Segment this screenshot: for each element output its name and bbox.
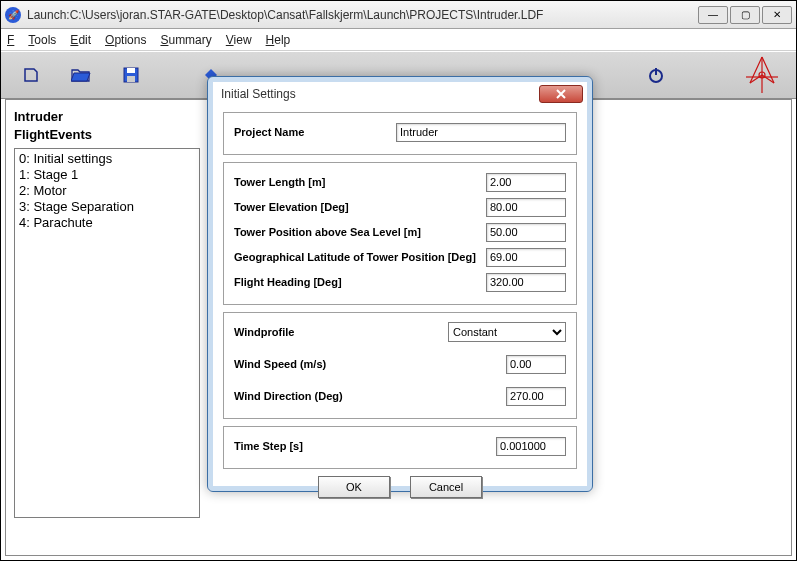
event-list[interactable]: 0: Initial settings 1: Stage 1 2: Motor … [14,148,200,518]
lat-input[interactable] [486,248,566,267]
dialog-titlebar[interactable]: Initial Settings [213,82,587,106]
project-name-label: Project Name [234,126,396,138]
window-controls: — ▢ ✕ [698,6,792,24]
save-icon[interactable] [121,65,141,85]
project-name-input[interactable] [396,123,566,142]
project-label: Intruder [14,108,200,126]
heading-input[interactable] [486,273,566,292]
menu-options[interactable]: Options [105,33,146,47]
windspeed-input[interactable] [506,355,566,374]
menu-tools[interactable]: Tools [28,33,56,47]
app-icon: 🚀 [5,7,21,23]
svg-rect-3 [127,76,135,82]
app-window: 🚀 Launch:C:\Users\joran.STAR-GATE\Deskto… [0,0,797,561]
dialog-body: Project Name Tower Length [m] Tower Elev… [213,106,587,504]
close-button[interactable]: ✕ [762,6,792,24]
lat-label: Geographical Latitude of Tower Position … [234,251,486,263]
tower-pos-label: Tower Position above Sea Level [m] [234,226,486,238]
wind-group: Windprofile Constant Wind Speed (m/s) Wi… [223,312,577,419]
svg-marker-0 [25,69,37,81]
list-item[interactable]: 0: Initial settings [19,151,195,167]
menu-help[interactable]: Help [266,33,291,47]
dialog-close-button[interactable] [539,85,583,103]
tower-elev-input[interactable] [486,198,566,217]
timestep-label: Time Step [s] [234,440,496,452]
menu-edit[interactable]: Edit [70,33,91,47]
open-icon[interactable] [71,65,91,85]
tower-length-input[interactable] [486,173,566,192]
list-item[interactable]: 1: Stage 1 [19,167,195,183]
tower-length-label: Tower Length [m] [234,176,486,188]
svg-rect-2 [127,68,135,73]
dialog-buttons: OK Cancel [223,476,577,498]
menu-view[interactable]: View [226,33,252,47]
power-icon[interactable] [646,65,666,85]
tower-elev-label: Tower Elevation [Deg] [234,201,486,213]
side-header: Intruder FlightEvents [14,108,200,144]
dialog-title: Initial Settings [217,87,539,101]
minimize-button[interactable]: — [698,6,728,24]
window-title: Launch:C:\Users\joran.STAR-GATE\Desktop\… [27,8,698,22]
winddir-input[interactable] [506,387,566,406]
menu-file[interactable]: F [7,33,14,47]
heading-label: Flight Heading [Deg] [234,276,486,288]
menubar: F Tools Edit Options Summary View Help [1,29,796,51]
winddir-label: Wind Direction (Deg) [234,390,506,402]
section-label: FlightEvents [14,126,200,144]
ok-button[interactable]: OK [318,476,390,498]
windspeed-label: Wind Speed (m/s) [234,358,506,370]
new-icon[interactable] [21,65,41,85]
windprofile-label: Windprofile [234,326,448,338]
list-item[interactable]: 2: Motor [19,183,195,199]
tower-group: Tower Length [m] Tower Elevation [Deg] T… [223,162,577,305]
tower-pos-input[interactable] [486,223,566,242]
menu-summary[interactable]: Summary [160,33,211,47]
titlebar: 🚀 Launch:C:\Users\joran.STAR-GATE\Deskto… [1,1,796,29]
logo-icon [740,53,784,97]
initial-settings-dialog: Initial Settings Project Name Tower Leng… [207,76,593,492]
list-item[interactable]: 4: Parachute [19,215,195,231]
timestep-input[interactable] [496,437,566,456]
maximize-button[interactable]: ▢ [730,6,760,24]
list-item[interactable]: 3: Stage Separation [19,199,195,215]
cancel-button[interactable]: Cancel [410,476,482,498]
windprofile-select[interactable]: Constant [448,322,566,342]
close-icon [555,89,567,99]
timestep-group: Time Step [s] [223,426,577,469]
side-panel: Intruder FlightEvents 0: Initial setting… [14,108,200,518]
project-group: Project Name [223,112,577,155]
